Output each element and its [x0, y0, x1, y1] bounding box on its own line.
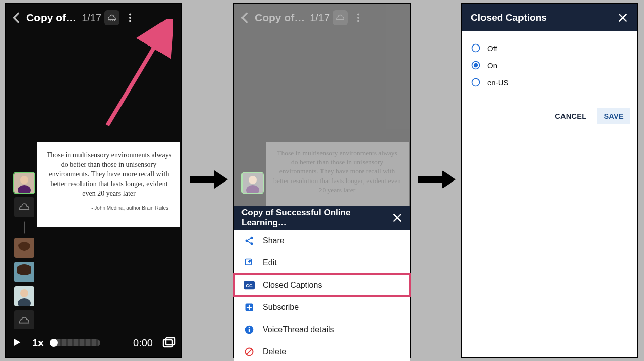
svg-rect-14 [163, 340, 172, 347]
svg-point-32 [472, 44, 480, 52]
dialog-header: Closed Captions [462, 4, 637, 31]
menu-item-label: Delete [263, 347, 286, 356]
menu-item-details[interactable]: VoiceThread details [234, 319, 410, 341]
slide-content: Those in multisensory environments alway… [37, 142, 180, 227]
avatar[interactable] [14, 262, 34, 282]
edit-icon [244, 257, 255, 268]
radio-label: en-US [487, 78, 509, 87]
avatar[interactable] [14, 286, 34, 306]
slide-text: Those in multisensory environments alway… [46, 151, 172, 198]
avatar-connector [24, 221, 25, 234]
radio-icon [471, 60, 481, 70]
svg-point-5 [20, 176, 28, 184]
radio-option-enus[interactable]: en-US [471, 74, 628, 91]
menu-item-share[interactable]: Share [234, 230, 410, 252]
slide-content: Those in multisensory environments alway… [266, 142, 409, 206]
menu-item-label: Edit [263, 258, 277, 267]
comment-avatars [14, 173, 35, 335]
play-icon[interactable] [11, 337, 23, 349]
avatar[interactable] [14, 238, 34, 258]
avatar [243, 173, 263, 193]
menu-item-label: Share [263, 236, 285, 245]
panel-player: Copy of… 1/17 Those in multisensory envi… [5, 3, 182, 358]
svg-point-18 [357, 20, 359, 22]
svg-line-3 [107, 24, 168, 125]
svg-point-20 [246, 185, 259, 193]
subscribe-icon [244, 302, 255, 313]
radio-icon [471, 43, 481, 53]
svg-point-0 [129, 14, 131, 16]
share-icon [244, 235, 255, 246]
svg-point-34 [474, 63, 478, 67]
annotation-arrow-icon [97, 19, 173, 130]
back-icon [237, 10, 253, 25]
menu-title: Copy of Successful Online Learning… [242, 208, 392, 228]
radio-icon [471, 77, 481, 87]
svg-point-16 [357, 14, 359, 16]
radio-label: On [487, 61, 497, 70]
more-menu-icon [351, 8, 366, 28]
info-icon [244, 324, 255, 335]
menu-item-label: Subscribe [263, 303, 299, 312]
radio-option-off[interactable]: Off [471, 39, 628, 57]
svg-point-12 [20, 289, 28, 297]
svg-point-19 [249, 176, 257, 184]
playback-speed[interactable]: 1x [32, 337, 44, 349]
cc-icon: CC [244, 280, 255, 291]
action-menu: Share Edit CC Closed Captions Subscribe … [234, 230, 410, 361]
progress-bar[interactable] [50, 339, 100, 346]
menu-item-delete[interactable]: Delete [234, 341, 410, 361]
svg-rect-15 [166, 338, 175, 345]
page-title: Copy of… [255, 12, 305, 24]
elapsed-time: 0:00 [133, 337, 153, 349]
slide-text: Those in multisensory environments alway… [273, 149, 401, 195]
dialog-title: Closed Captions [471, 12, 547, 23]
back-icon[interactable] [9, 10, 24, 25]
menu-item-label: Closed Captions [263, 281, 322, 290]
radio-label: Off [487, 44, 497, 53]
svg-point-35 [472, 79, 480, 86]
panel-menu: Copy of… 1/17 Those in multisensory envi… [233, 3, 411, 358]
avatar-placeholder-icon[interactable] [14, 197, 34, 217]
svg-text:CC: CC [246, 283, 253, 288]
app-logo-icon [333, 10, 348, 25]
dialog-actions: CANCEL SAVE [462, 108, 637, 124]
menu-item-edit[interactable]: Edit [234, 252, 410, 274]
menu-item-closed-captions[interactable]: CC Closed Captions [234, 274, 410, 296]
player-controls: 1x 0:00 [6, 329, 181, 357]
menu-item-label: VoiceThread details [263, 325, 334, 334]
cancel-button[interactable]: CANCEL [549, 108, 592, 124]
slide-counter: 1/17 [310, 12, 330, 24]
menu-header: Copy of Successful Online Learning… [234, 206, 410, 230]
gallery-icon[interactable] [162, 337, 176, 349]
slide-credit: - John Medina, author Brain Rules [46, 205, 172, 211]
panel-cc-dialog: Closed Captions Off On en-US CANCEL SAVE [461, 3, 638, 358]
svg-rect-30 [249, 329, 250, 332]
close-icon[interactable] [618, 13, 628, 23]
radio-option-on[interactable]: On [471, 57, 628, 74]
avatar[interactable] [14, 173, 34, 193]
flow-arrow-icon [418, 169, 456, 190]
flow-arrow-icon [190, 169, 228, 190]
avatar-placeholder-icon[interactable] [14, 310, 34, 331]
page-title: Copy of… [26, 12, 76, 24]
svg-point-29 [249, 327, 250, 329]
cc-options: Off On en-US [462, 31, 637, 99]
delete-icon [244, 346, 255, 357]
save-button[interactable]: SAVE [597, 108, 630, 124]
svg-point-1 [129, 17, 131, 19]
svg-point-17 [357, 17, 359, 19]
menu-item-subscribe[interactable]: Subscribe [234, 296, 410, 319]
close-icon[interactable] [392, 213, 402, 223]
